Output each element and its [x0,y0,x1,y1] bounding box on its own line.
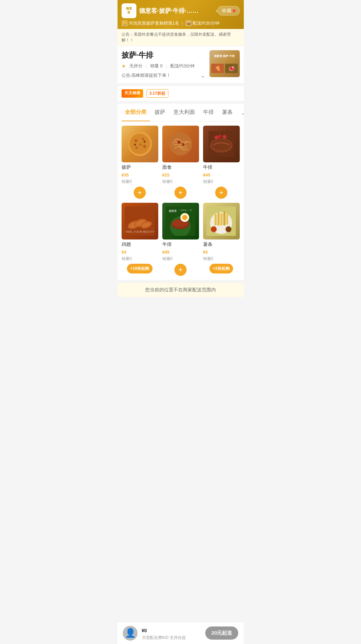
food-item-pizza[interactable]: 披萨 ¥35 销量0 + [122,126,158,199]
food-item-fries[interactable]: 薯条 ¥5 销量0 +2份起购 [203,203,240,276]
food-sales-0: 销量0 [122,179,158,185]
collect-label: 收藏 [222,8,231,14]
badge-delivery: 📦 配送约30分钟 [186,20,219,26]
coupon-bar: 天天神券 3.17折起 [118,86,244,104]
food-image-steak2: 德意客 一份铁盘+一杯 [162,203,199,239]
store-rating: 无评分 [129,63,142,69]
food-price-0: ¥35 [122,171,158,178]
svg-rect-45 [226,214,228,225]
store-logo: 德意客 [122,3,136,18]
notice-text: 公告：美团外卖餐点不提供堂食服务，仅限外卖配送。感谢理解！！ [122,32,231,42]
add-btn-wrap-2: + [203,187,240,199]
food-name-1: 面食 [162,164,199,170]
separator: | [182,21,183,26]
svg-point-14 [177,141,180,144]
food-image-pizza [122,126,158,162]
add-to-cart-5[interactable]: +2份起购 [209,264,233,273]
food-sales-3: 销量0 [122,256,158,262]
food-image-pasta [162,126,199,162]
food-sales-5: 销量0 [203,256,240,262]
add-btn-wrap-1: + [162,187,199,199]
rank-icon: 🏆 [122,20,128,26]
food-name-3: 鸡翅 [122,242,158,248]
fries-image [203,203,240,239]
add-to-cart-1[interactable]: + [174,187,187,199]
svg-point-20 [218,135,221,138]
tab-steak[interactable]: 牛排 [200,104,217,121]
notice-expand-icon[interactable]: ⌄ [200,72,205,79]
food-price-2: ¥45 [203,171,240,178]
food-price-4: ¥45 [162,248,199,255]
svg-text:一份铁盘+一杯: 一份铁盘+一杯 [179,209,192,211]
tab-fries[interactable]: 薯条 [219,104,236,121]
svg-point-47 [226,226,231,232]
food-name-4: 牛排 [162,242,199,248]
badge-delivery-text: 配送约30分钟 [193,20,219,26]
coupon-tag-1[interactable]: 天天神券 [122,89,143,98]
food-price-1: ¥15 [162,171,199,178]
store-thumbnail: 德意客·披萨·牛排 🍕 🥩 [209,50,240,77]
coupon-tag-2[interactable]: 3.17折起 [146,89,168,98]
tab-pizza[interactable]: 披萨 [151,104,169,121]
add-to-cart-3[interactable]: +10份起购 [127,264,153,273]
food-sales-4: 销量0 [162,256,199,262]
badge-rank: 🏆 河池意面披萨复购榜第1名 [122,20,179,26]
store-notice-text: 公告:高峰期请提前下单！ [122,72,200,78]
svg-point-8 [143,141,145,143]
steak2-image: 德意客 一份铁盘+一杯 [162,203,199,239]
tab-all[interactable]: 全部分类 [122,104,150,121]
food-item-wings[interactable]: FEEL YOUR BEAUTY 鸡翅 ¥3 销量0 +10份起购 [122,203,158,276]
add-to-cart-4[interactable]: + [174,264,187,276]
svg-point-13 [169,132,192,156]
out-of-range-notice: 您当前的位置不在商家配送范围内 [118,283,244,297]
star-icon: ★ [122,63,126,69]
store-notice: 公告:高峰期请提前下单！ ⌄ [122,72,205,79]
svg-point-2 [134,139,138,142]
food-image-wings: FEEL YOUR BEAUTY [122,203,158,239]
wings-image: FEEL YOUR BEAUTY [122,203,158,239]
svg-point-5 [135,147,138,149]
food-sales-2: 销量0 [203,179,240,185]
header-chevron-icon[interactable]: › [216,8,217,14]
svg-text:德意客: 德意客 [168,209,177,213]
pizza-image [122,126,158,162]
store-name: 披萨·牛排 [122,50,205,60]
header-title: 德意客·披萨·牛排·…… [139,7,212,15]
food-price-5: ¥5 [203,248,240,255]
svg-rect-44 [224,211,226,226]
store-info-card: 披萨·牛排 ★ 无评分 | 销量 0 | 配送约3分钟 公告:高峰期请提前下单！… [118,46,244,86]
thumbnail-inner: 德意客·披萨·牛排 🍕 🥩 [209,50,240,77]
tab-pasta[interactable]: 意大利面 [170,104,198,121]
meta-sep2: | [166,64,167,69]
header-row1: 德意客 德意客·披萨·牛排·…… › 收藏 [122,3,240,18]
svg-point-21 [223,135,226,139]
top-header: 德意客 德意客·披萨·牛排·…… › 收藏 🏆 河池意面披萨复购榜第1名 | 📦… [118,0,244,29]
header-row2: 🏆 河池意面披萨复购榜第1名 | 📦 配送约30分钟 [122,20,240,26]
food-name-2: 牛排 [203,164,240,170]
svg-rect-41 [215,214,217,226]
collect-button[interactable]: 收藏 [218,6,240,15]
badge-rank-text: 河池意面披萨复购榜第1名 [129,20,179,26]
add-btn-wrap-0: + [122,187,158,199]
collect-dot [233,9,235,12]
category-tabs: 全部分类 披萨 意大利面 牛排 薯条 ⌄ [118,104,244,122]
store-info-left: 披萨·牛排 ★ 无评分 | 销量 0 | 配送约3分钟 公告:高峰期请提前下单！… [122,50,205,79]
store-meta: ★ 无评分 | 销量 0 | 配送约3分钟 [122,63,205,69]
steak1-image [203,126,240,162]
add-to-cart-2[interactable]: + [215,187,227,199]
food-item-pasta[interactable]: 面食 ¥15 销量0 + [162,126,199,199]
food-price-3: ¥3 [122,248,158,255]
svg-point-15 [182,143,185,146]
food-name-5: 薯条 [203,242,240,248]
svg-rect-43 [221,213,223,226]
food-item-steak2[interactable]: 德意客 一份铁盘+一杯 牛排 ¥45 销量0 + [162,203,199,276]
category-expand-icon[interactable]: ⌄ [237,104,244,121]
svg-rect-42 [218,212,220,225]
add-to-cart-0[interactable]: + [134,187,146,199]
food-item-steak1[interactable]: 牛排 ¥45 销量0 + [203,126,240,199]
pasta-image [162,126,199,162]
svg-point-36 [182,215,187,220]
add-btn-wrap-5: +2份起购 [203,264,240,273]
svg-point-46 [211,226,217,232]
bottom-spacer [118,297,244,321]
